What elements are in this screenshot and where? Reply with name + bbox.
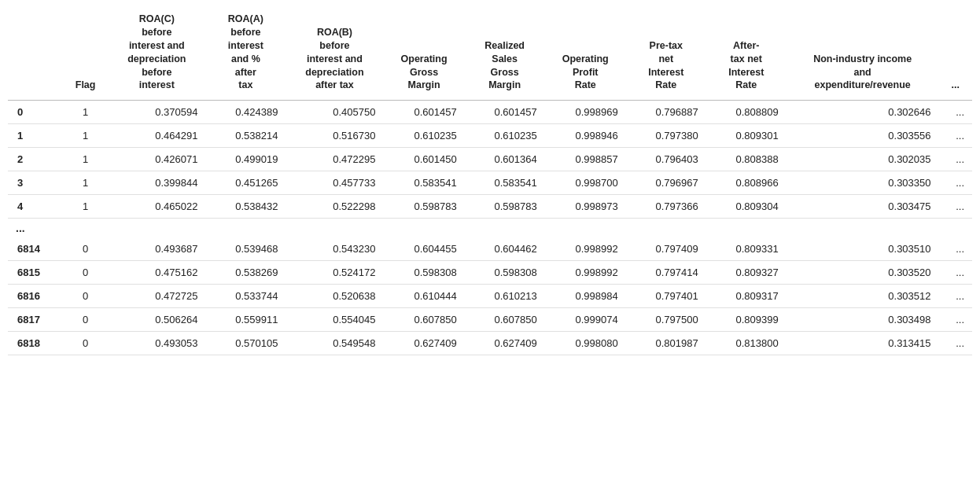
cell-realized_sales_gross_margin: 0.610235 xyxy=(465,124,545,148)
col-header-pre-tax-net-interest-rate: Pre-tax net Interest Rate xyxy=(626,8,706,101)
cell-operating_profit_rate: 0.998992 xyxy=(545,261,626,285)
cell-pre_tax_net_interest_rate: 0.797380 xyxy=(626,124,706,148)
cell-pre_tax_net_interest_rate: 0.796887 xyxy=(626,101,706,124)
cell-roa_a: 0.533744 xyxy=(205,285,286,308)
table-row: 110.4642910.5382140.5167300.6102350.6102… xyxy=(8,124,972,148)
cell-roa_a: 0.451265 xyxy=(205,171,286,195)
cell-non_industry: 0.303475 xyxy=(787,195,939,219)
cell-roa_c: 0.464291 xyxy=(108,124,205,148)
cell-flag: 0 xyxy=(63,332,108,355)
cell-roa_a: 0.538432 xyxy=(205,195,286,219)
table-row: 681500.4751620.5382690.5241720.5983080.5… xyxy=(8,261,972,285)
cell-operating_gross_margin: 0.607850 xyxy=(384,308,465,332)
cell-operating_profit_rate: 0.998857 xyxy=(545,148,626,171)
cell-realized_sales_gross_margin: 0.601457 xyxy=(465,101,545,124)
cell-roa_a: 0.538214 xyxy=(205,124,286,148)
cell-operating_profit_rate: 0.998946 xyxy=(545,124,626,148)
cell-operating_profit_rate: 0.999074 xyxy=(545,308,626,332)
table-row: 410.4650220.5384320.5222980.5987830.5987… xyxy=(8,195,972,219)
cell-flag: 0 xyxy=(63,261,108,285)
cell-non_industry: 0.303350 xyxy=(787,171,939,195)
cell-roa_a: 0.424389 xyxy=(205,101,286,124)
cell-roa_a: 0.539468 xyxy=(205,237,286,261)
cell-realized_sales_gross_margin: 0.607850 xyxy=(465,308,545,332)
data-table: Flag ROA(C) before interest and deprecia… xyxy=(8,8,972,355)
cell-roa_c: 0.399844 xyxy=(108,171,205,195)
cell-row_index: 4 xyxy=(8,195,63,219)
col-header-roa-c: ROA(C) before interest and depreciation … xyxy=(108,8,205,101)
cell-after_tax_net_interest_rate: 0.809304 xyxy=(706,195,787,219)
table-row: ... xyxy=(8,219,972,238)
cell-realized_sales_gross_margin: 0.601364 xyxy=(465,148,545,171)
cell-pre_tax_net_interest_rate: 0.797401 xyxy=(626,285,706,308)
cell-row_index: 6816 xyxy=(8,285,63,308)
cell-operating_gross_margin: 0.601457 xyxy=(384,101,465,124)
cell-operating_gross_margin: 0.627409 xyxy=(384,332,465,355)
cell-row_index: 2 xyxy=(8,148,63,171)
cell-non_industry: 0.303556 xyxy=(787,124,939,148)
cell-operating_gross_margin: 0.598308 xyxy=(384,261,465,285)
cell-roa_c: 0.493053 xyxy=(108,332,205,355)
cell-operating_profit_rate: 0.998984 xyxy=(545,285,626,308)
cell-roa_b: 0.472295 xyxy=(286,148,383,171)
cell-roa_c: 0.370594 xyxy=(108,101,205,124)
cell-roa_b: 0.543230 xyxy=(286,237,383,261)
cell-roa_a: 0.499019 xyxy=(205,148,286,171)
col-header-index xyxy=(8,8,63,101)
header-row: Flag ROA(C) before interest and deprecia… xyxy=(8,8,972,101)
cell-non_industry: 0.313415 xyxy=(787,332,939,355)
cell-after_tax_net_interest_rate: 0.809399 xyxy=(706,308,787,332)
cell-operating_gross_margin: 0.598783 xyxy=(384,195,465,219)
col-header-flag: Flag xyxy=(63,8,108,101)
cell-pre_tax_net_interest_rate: 0.796967 xyxy=(626,171,706,195)
cell-operating_profit_rate: 0.998969 xyxy=(545,101,626,124)
cell-after_tax_net_interest_rate: 0.809317 xyxy=(706,285,787,308)
cell-non_industry: 0.302646 xyxy=(787,101,939,124)
cell-flag: 1 xyxy=(63,101,108,124)
col-header-operating-profit-rate: Operating Profit Rate xyxy=(545,8,626,101)
cell-ellipsis_col: ... xyxy=(939,308,972,332)
cell-operating_gross_margin: 0.604455 xyxy=(384,237,465,261)
cell-ellipsis_col: ... xyxy=(939,195,972,219)
col-header-realized-sales-gross-margin: Realized Sales Gross Margin xyxy=(465,8,545,101)
cell-operating_profit_rate: 0.998080 xyxy=(545,332,626,355)
cell-ellipsis_col: ... xyxy=(939,237,972,261)
cell-pre_tax_net_interest_rate: 0.797366 xyxy=(626,195,706,219)
cell-row_index: 6815 xyxy=(8,261,63,285)
cell-roa_c: 0.475162 xyxy=(108,261,205,285)
cell-non_industry: 0.303520 xyxy=(787,261,939,285)
cell-row_index: 3 xyxy=(8,171,63,195)
cell-after_tax_net_interest_rate: 0.809327 xyxy=(706,261,787,285)
cell-row_index: 6818 xyxy=(8,332,63,355)
cell-ellipsis_col: ... xyxy=(939,124,972,148)
cell-ellipsis_col: ... xyxy=(939,261,972,285)
cell-roa_b: 0.457733 xyxy=(286,171,383,195)
cell-roa_c: 0.472725 xyxy=(108,285,205,308)
cell-roa_a: 0.559911 xyxy=(205,308,286,332)
table-row: 681400.4936870.5394680.5432300.6044550.6… xyxy=(8,237,972,261)
cell-row_index: 0 xyxy=(8,101,63,124)
cell-roa_b: 0.516730 xyxy=(286,124,383,148)
cell-non_industry: 0.303510 xyxy=(787,237,939,261)
col-header-operating-gross-margin: Operating Gross Margin xyxy=(384,8,465,101)
cell-roa_c: 0.426071 xyxy=(108,148,205,171)
table-row: 310.3998440.4512650.4577330.5835410.5835… xyxy=(8,171,972,195)
cell-operating_profit_rate: 0.998973 xyxy=(545,195,626,219)
cell-ellipsis_col: ... xyxy=(939,101,972,124)
cell-realized_sales_gross_margin: 0.627409 xyxy=(465,332,545,355)
cell-operating_profit_rate: 0.998700 xyxy=(545,171,626,195)
cell-roa_a: 0.570105 xyxy=(205,332,286,355)
col-header-after-tax-net-interest-rate: After- tax net Interest Rate xyxy=(706,8,787,101)
cell-roa_b: 0.405750 xyxy=(286,101,383,124)
cell-realized_sales_gross_margin: 0.598308 xyxy=(465,261,545,285)
cell-flag: 0 xyxy=(63,237,108,261)
cell-operating_profit_rate: 0.998992 xyxy=(545,237,626,261)
cell-ellipsis_col: ... xyxy=(939,171,972,195)
cell-roa_c: 0.506264 xyxy=(108,308,205,332)
cell-pre_tax_net_interest_rate: 0.796403 xyxy=(626,148,706,171)
table-row: 681700.5062640.5599110.5540450.6078500.6… xyxy=(8,308,972,332)
cell-ellipsis_col: ... xyxy=(939,332,972,355)
ellipsis-cell: ... xyxy=(8,219,972,238)
col-header-roa-a: ROA(A) before interest and % after tax xyxy=(205,8,286,101)
cell-roa_b: 0.522298 xyxy=(286,195,383,219)
